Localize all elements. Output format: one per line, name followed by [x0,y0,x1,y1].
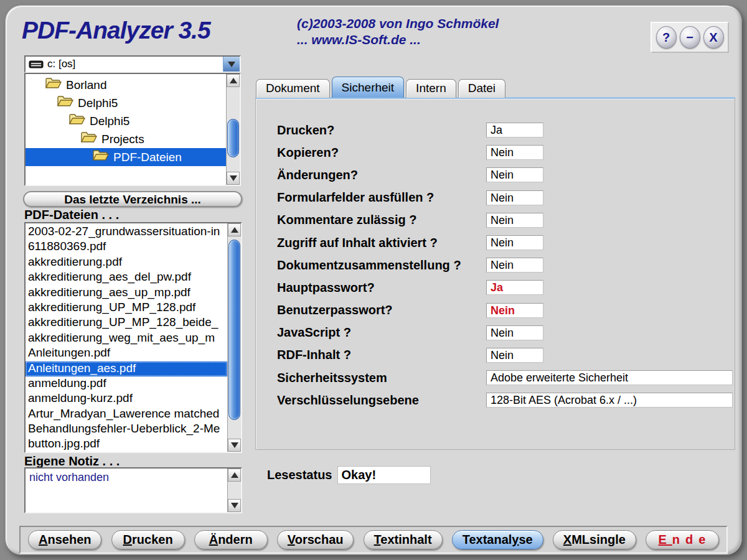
notes-header: Eigene Notiz . . . [24,454,120,469]
button-textinhalt[interactable]: Textinhalt [364,530,443,549]
scroll-down-button[interactable] [227,172,240,185]
field-value: 128-Bit AES (Acrobat 6.x / ...) [486,393,733,408]
scroll-up-button[interactable] [227,74,240,87]
drive-selector[interactable]: c: [os] [24,55,241,73]
field-label: RDF-Inhalt ? [277,348,486,362]
arrow-down-icon [231,442,238,448]
button-ändern[interactable]: Ändern [194,530,268,549]
security-field-row: Benutzerpasswort? Nein [277,299,735,322]
arrow-up-icon [231,227,238,233]
copyright-line1: (c)2003-2008 von Ingo Schmökel [297,16,499,32]
read-status-value: Okay! [337,466,431,484]
scroll-down-button[interactable] [228,439,241,452]
file-item[interactable]: akkreditierung_UP_MP_128_beide_ [26,315,227,330]
minimize-button[interactable]: − [680,26,700,49]
file-item[interactable]: button.jpg.pdf [26,437,227,452]
arrow-up-icon [230,78,237,83]
folder-open-icon [80,131,97,147]
file-item[interactable]: Behandlungsfehler-Ueberblick_2-Me [26,422,227,437]
scroll-up-button[interactable] [228,223,241,236]
file-item[interactable]: akkreditierung_aes_up_mp.pdf [26,286,227,301]
tab-datei[interactable]: Datei [458,79,505,98]
field-label: Benutzerpasswort? [277,303,486,317]
field-value: Nein [486,258,543,273]
file-item[interactable]: akkreditierung.pdf [26,255,227,270]
field-value: Nein [486,325,543,340]
tree-item-label: Projects [101,133,144,146]
drive-dropdown-button[interactable] [223,57,240,72]
window-controls: ? − X [651,22,729,53]
field-label: Verschlüsselungsebene [277,393,486,408]
tab-sicherheit[interactable]: Sicherheit [332,77,405,98]
last-directory-button[interactable]: Das letzte Verzeichnis ... [23,191,242,207]
file-item[interactable]: Anleitungen_aes.pdf [26,362,227,376]
tree-item-label: Delphi5 [78,96,118,110]
field-value: Nein [486,213,543,228]
tree-item[interactable]: Delphi5 [26,112,226,130]
button-vorschau[interactable]: Vorschau [277,530,354,549]
button-xmlsingle[interactable]: XMLsingle [553,530,636,549]
file-list-header: PDF-Dateien . . . [24,208,119,222]
scroll-down-button[interactable] [228,499,241,512]
field-label: Sicherheitssystem [277,371,486,385]
button-ende[interactable]: Ende [646,530,719,549]
scrollbar-track[interactable] [227,88,240,171]
tree-item-label: Borland [66,78,107,92]
tree-item[interactable]: Projects [26,130,226,148]
tree-item[interactable]: Delphi5 [26,94,226,112]
read-status: Lesestatus Okay! [267,466,431,484]
field-label: JavaScript ? [277,325,486,340]
scrollbar-track[interactable] [228,237,241,438]
file-item[interactable]: Anleitungen.pdf [26,346,227,361]
security-field-row: Verschlüsselungsebene 128-Bit AES (Acrob… [277,389,735,411]
copyright-text: (c)2003-2008 von Ingo Schmökel ... www.I… [297,16,499,49]
scrollbar-thumb[interactable] [227,119,239,157]
button-ansehen[interactable]: Ansehen [28,530,101,549]
field-value: Nein [486,190,543,205]
notes-text[interactable]: nicht vorhanden [26,469,227,512]
field-value: Nein [486,303,543,318]
tab-dokument[interactable]: Dokument [256,79,330,98]
screen: PDF-Analyzer 3.5 (c)2003-2008 von Ingo S… [0,0,747,560]
chevron-down-icon [228,62,235,67]
tree-item-label: PDF-Dateien [113,151,182,164]
file-item[interactable]: akkreditierung_weg_mit_aes_up_m [26,331,227,346]
scroll-up-button[interactable] [228,469,241,482]
file-item[interactable]: 611880369.pdf [26,240,227,254]
folder-open-icon [68,113,85,129]
copyright-line2: ... www.IS-Soft.de ... [297,32,499,48]
security-panel: Drucken? Ja Kopieren? Nein Änderungen? N… [255,97,735,450]
file-item[interactable]: anmeldung.pdf [26,376,227,391]
tree-item[interactable]: PDF-Dateien [26,148,226,166]
field-value: Nein [486,167,543,182]
security-field-row: Formularfelder ausfüllen ? Nein [277,187,735,209]
bottom-button-bar: AnsehenDruckenÄndernVorschauTextinhaltTe… [19,526,728,554]
tree-item[interactable]: Borland [26,76,226,94]
button-textanalyse[interactable]: Textanalyse [452,530,543,549]
help-button[interactable]: ? [656,26,677,49]
field-value: Adobe erweiterte Sicherheit [486,370,733,385]
field-value: Nein [486,235,543,250]
button-drucken[interactable]: Drucken [111,530,185,549]
tab-intern[interactable]: Intern [406,79,456,98]
app-window: PDF-Analyzer 3.5 (c)2003-2008 von Ingo S… [5,5,742,555]
field-label: Formularfelder ausfüllen ? [277,190,486,205]
field-value: Nein [486,348,543,363]
file-list-box: 2003-02-27_grundwassersituation-in611880… [24,222,242,453]
arrow-down-icon [230,175,237,181]
field-value: Ja [486,123,543,138]
scrollbar-thumb[interactable] [228,240,240,420]
field-label: Kommentare zulässig ? [277,213,486,227]
security-field-row: Drucken? Ja [277,119,735,141]
field-label: Kopieren? [277,146,486,160]
folder-open-icon [92,149,109,165]
close-button[interactable]: X [703,26,724,49]
arrow-down-icon [231,503,238,508]
file-item[interactable]: akkreditierung_UP_MP_128.pdf [26,301,227,315]
security-field-row: Änderungen? Nein [277,164,735,186]
read-status-label: Lesestatus [267,468,332,482]
file-item[interactable]: 2003-02-27_grundwassersituation-in [26,225,227,240]
file-item[interactable]: anmeldung-kurz.pdf [26,391,227,406]
file-item[interactable]: akkreditierung_aes_del_pw.pdf [26,270,227,285]
file-item[interactable]: Artur_Mradyan_Lawerence matched [26,407,227,422]
